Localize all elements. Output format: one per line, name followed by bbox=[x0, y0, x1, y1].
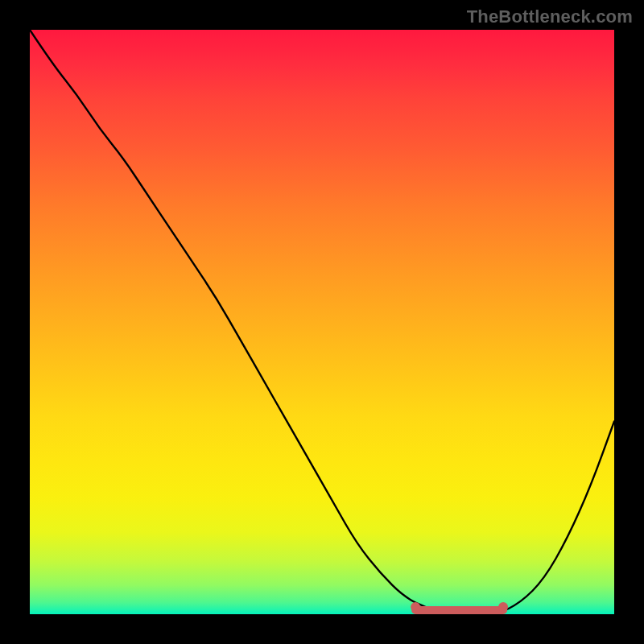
optimal-flat-zone-start-dot bbox=[411, 602, 420, 612]
curve-layer bbox=[30, 30, 614, 614]
bottleneck-curve bbox=[30, 30, 614, 614]
watermark-label: TheBottleneck.com bbox=[467, 6, 633, 27]
optimal-flat-zone-end-dot bbox=[498, 602, 508, 612]
chart-stage: TheBottleneck.com bbox=[0, 0, 644, 644]
plot-area bbox=[30, 30, 614, 614]
